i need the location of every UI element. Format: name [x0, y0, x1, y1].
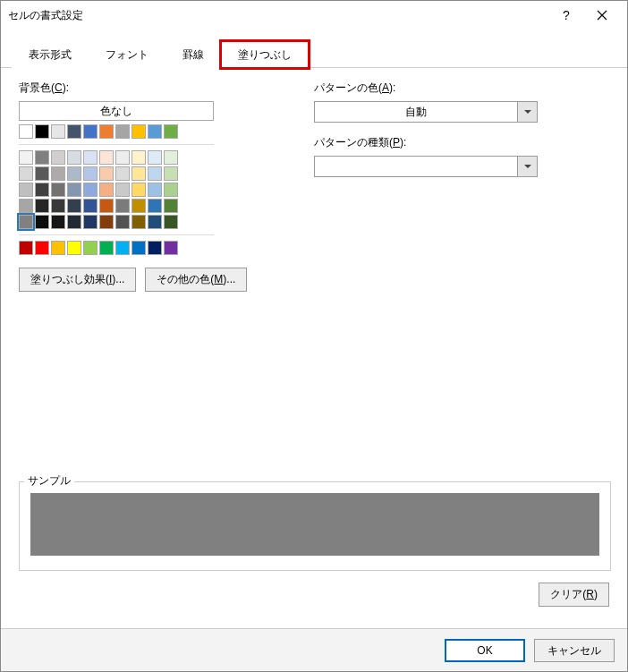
color-swatch[interactable]	[51, 183, 65, 197]
color-swatch[interactable]	[148, 124, 162, 139]
color-swatch[interactable]	[83, 124, 98, 139]
color-swatch[interactable]	[19, 199, 33, 213]
color-swatch[interactable]	[83, 215, 98, 229]
color-swatch[interactable]	[132, 199, 146, 213]
color-swatch[interactable]	[35, 241, 49, 255]
color-swatch[interactable]	[51, 150, 65, 165]
pattern-color-dropdown[interactable]: 自動	[314, 101, 538, 123]
dialog-content: 背景色(C): 色なし 塗りつぶし効果(I)... その他の色(M)... パタ…	[1, 68, 627, 304]
palette-row	[19, 215, 287, 229]
clear-button[interactable]: クリア(R)	[539, 583, 609, 607]
color-swatch[interactable]	[99, 124, 114, 139]
color-swatch[interactable]	[19, 241, 33, 255]
color-swatch[interactable]	[99, 215, 114, 229]
color-swatch[interactable]	[115, 215, 130, 229]
color-swatch[interactable]	[115, 124, 130, 139]
color-swatch[interactable]	[67, 166, 81, 181]
color-swatch[interactable]	[148, 183, 162, 197]
color-swatch[interactable]	[99, 150, 114, 165]
color-swatch[interactable]	[19, 166, 33, 181]
color-swatch[interactable]	[67, 124, 81, 139]
help-button[interactable]: ?	[548, 1, 584, 30]
close-button[interactable]	[584, 1, 620, 30]
color-swatch[interactable]	[35, 199, 49, 213]
no-color-button[interactable]: 色なし	[19, 101, 214, 121]
palette-divider-2	[19, 234, 214, 235]
color-swatch[interactable]	[51, 215, 65, 229]
color-swatch[interactable]	[115, 150, 130, 165]
color-swatch[interactable]	[99, 241, 114, 255]
pattern-type-dropdown[interactable]	[314, 156, 538, 177]
color-swatch[interactable]	[67, 215, 81, 229]
color-swatch[interactable]	[148, 215, 162, 229]
color-swatch[interactable]	[115, 183, 130, 197]
background-color-section: 背景色(C): 色なし 塗りつぶし効果(I)... その他の色(M)...	[19, 81, 287, 292]
color-swatch[interactable]	[115, 166, 130, 181]
color-swatch[interactable]	[35, 215, 49, 229]
fill-effects-button[interactable]: 塗りつぶし効果(I)...	[19, 268, 136, 292]
color-swatch[interactable]	[51, 124, 65, 139]
color-swatch[interactable]	[83, 166, 98, 181]
color-swatch[interactable]	[35, 124, 49, 139]
tab-font[interactable]: フォント	[89, 41, 165, 68]
palette-row	[19, 150, 287, 165]
dialog-footer: OK キャンセル	[1, 628, 627, 671]
pattern-color-value: 自動	[315, 102, 517, 122]
tab-fill[interactable]: 塗りつぶし	[221, 41, 309, 68]
pattern-color-label: パターンの色(A):	[314, 81, 609, 96]
color-swatch[interactable]	[99, 166, 114, 181]
sample-preview	[30, 493, 599, 556]
color-swatch[interactable]	[132, 215, 146, 229]
color-swatch[interactable]	[148, 150, 162, 165]
color-swatch[interactable]	[83, 199, 98, 213]
clear-row: クリア(R)	[539, 583, 609, 607]
theme-color-row	[19, 124, 287, 139]
cancel-button[interactable]: キャンセル	[534, 639, 615, 662]
tab-border[interactable]: 罫線	[165, 41, 221, 68]
color-swatch[interactable]	[148, 241, 162, 255]
color-swatch[interactable]	[132, 183, 146, 197]
color-swatch[interactable]	[35, 150, 49, 165]
color-swatch[interactable]	[164, 150, 178, 165]
color-swatch[interactable]	[19, 183, 33, 197]
color-swatch[interactable]	[115, 199, 130, 213]
color-swatch[interactable]	[132, 166, 146, 181]
color-swatch[interactable]	[35, 166, 49, 181]
color-swatch[interactable]	[19, 215, 33, 229]
color-swatch[interactable]	[164, 241, 178, 255]
color-swatch[interactable]	[67, 199, 81, 213]
color-swatch[interactable]	[51, 241, 65, 255]
color-swatch[interactable]	[164, 215, 178, 229]
color-swatch[interactable]	[164, 124, 178, 139]
ok-button[interactable]: OK	[445, 639, 525, 662]
color-swatch[interactable]	[115, 241, 130, 255]
color-swatch[interactable]	[83, 183, 98, 197]
color-swatch[interactable]	[83, 150, 98, 165]
color-swatch[interactable]	[19, 124, 33, 139]
color-swatch[interactable]	[99, 183, 114, 197]
color-swatch[interactable]	[35, 183, 49, 197]
color-swatch[interactable]	[148, 199, 162, 213]
window-title: セルの書式設定	[8, 8, 548, 23]
color-swatch[interactable]	[67, 183, 81, 197]
color-swatch[interactable]	[51, 166, 65, 181]
background-color-label: 背景色(C):	[19, 81, 287, 96]
palette-row	[19, 166, 287, 181]
pattern-type-label: パターンの種類(P):	[314, 135, 609, 150]
color-swatch[interactable]	[19, 150, 33, 165]
color-swatch[interactable]	[132, 150, 146, 165]
tab-number-format[interactable]: 表示形式	[12, 41, 89, 68]
color-swatch[interactable]	[132, 124, 146, 139]
color-swatch[interactable]	[148, 166, 162, 181]
palette-row	[19, 183, 287, 197]
color-swatch[interactable]	[67, 241, 81, 255]
color-swatch[interactable]	[164, 199, 178, 213]
color-swatch[interactable]	[51, 199, 65, 213]
color-swatch[interactable]	[67, 150, 81, 165]
more-colors-button[interactable]: その他の色(M)...	[145, 268, 247, 292]
color-swatch[interactable]	[132, 241, 146, 255]
color-swatch[interactable]	[83, 241, 98, 255]
color-swatch[interactable]	[164, 166, 178, 181]
color-swatch[interactable]	[164, 183, 178, 197]
color-swatch[interactable]	[99, 199, 114, 213]
